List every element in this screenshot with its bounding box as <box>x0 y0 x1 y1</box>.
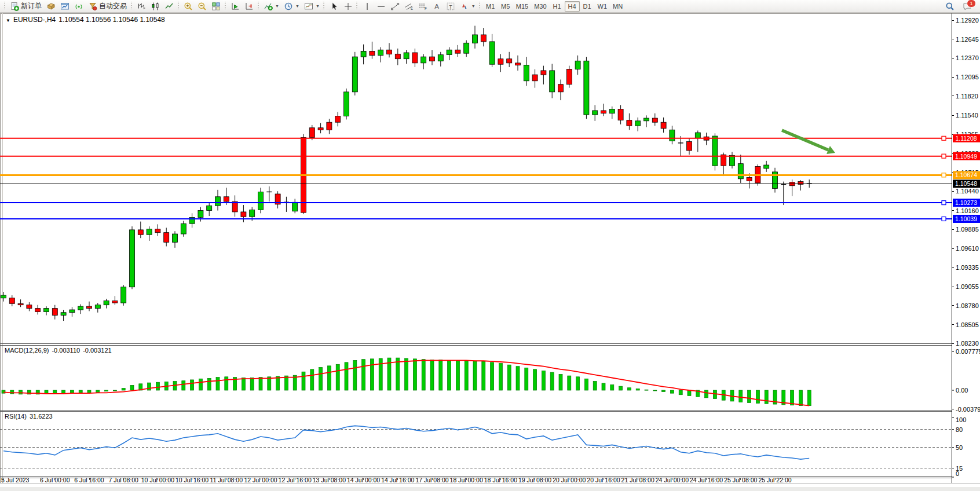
candle-body <box>464 43 469 53</box>
dropdown-caret-icon[interactable]: ▼ <box>471 4 476 8</box>
timeframe-button-m5[interactable]: M5 <box>498 1 513 12</box>
timeframe-button-h1[interactable]: H1 <box>550 1 565 12</box>
cursor-button[interactable] <box>327 1 341 12</box>
line-handle[interactable] <box>942 217 946 221</box>
line-handle[interactable] <box>942 136 946 140</box>
dropdown-caret-icon[interactable]: ▼ <box>295 4 299 8</box>
candle-body <box>712 136 718 166</box>
vline-icon <box>363 2 372 11</box>
indicators-button[interactable]: ▼ <box>261 1 281 12</box>
svg-text:E: E <box>411 7 413 10</box>
candles-icon <box>151 2 160 11</box>
macd-signal-value: -0.003121 <box>83 347 112 354</box>
templates-button[interactable]: ▼ <box>302 1 322 12</box>
market-watch-button[interactable] <box>44 1 58 12</box>
macd-histogram-bar <box>525 368 528 390</box>
periods-button[interactable]: ▼ <box>281 1 302 12</box>
timeframe-button-d1[interactable]: D1 <box>580 1 595 12</box>
vertical-line-button[interactable] <box>360 1 374 12</box>
timeframe-button-h4[interactable]: H4 <box>565 1 580 12</box>
timeframe-button-m1[interactable]: M1 <box>483 1 498 12</box>
chart-shift-button[interactable] <box>242 1 256 12</box>
price-axis-label: 1.09610 <box>956 245 979 252</box>
timeframe-button-m30[interactable]: M30 <box>531 1 549 12</box>
candle-chart-button[interactable] <box>148 1 162 12</box>
auto-trading-icon <box>88 2 97 11</box>
text-button[interactable]: A <box>430 1 444 12</box>
candle-body <box>95 305 100 309</box>
macd-histogram-bar <box>284 376 288 390</box>
line-icon <box>164 2 174 11</box>
line-handle[interactable] <box>942 173 946 177</box>
zoom-out-icon <box>198 2 207 11</box>
arrows-button[interactable]: ▼ <box>458 1 478 12</box>
candle-body <box>601 111 606 113</box>
auto-trading-button[interactable]: 自动交易 <box>86 1 129 12</box>
search-button[interactable] <box>943 1 957 12</box>
charts-window-button[interactable] <box>58 1 72 12</box>
line-handle[interactable] <box>942 154 946 158</box>
macd-histogram-bar <box>79 390 82 393</box>
macd-histogram-bar <box>765 390 768 404</box>
line-handle[interactable] <box>942 201 946 205</box>
crosshair-button[interactable] <box>341 1 355 12</box>
fibo-icon: F <box>418 2 427 11</box>
macd-histogram-bar <box>491 362 494 390</box>
macd-histogram-bar <box>422 360 425 390</box>
zoom-out-button[interactable] <box>195 1 209 12</box>
timeframe-button-w1[interactable]: W1 <box>595 1 610 12</box>
macd-histogram-bar <box>207 378 211 390</box>
candle-body <box>481 35 486 42</box>
macd-histogram-bar <box>182 381 185 390</box>
rsi-line <box>3 426 809 459</box>
bar-chart-button[interactable] <box>134 1 148 12</box>
auto-scroll-icon <box>231 2 240 11</box>
candle-body <box>112 301 118 303</box>
chat-button[interactable]: 1 <box>960 1 974 12</box>
template-icon <box>304 2 313 11</box>
chart-canvas[interactable]: 1.129201.126451.123701.120951.118201.115… <box>0 13 980 491</box>
price-tag-value: 1.11208 <box>955 135 977 142</box>
candle-body <box>507 59 512 63</box>
macd-histogram-bar <box>276 376 280 390</box>
line-chart-button[interactable] <box>162 1 176 12</box>
macd-histogram-bar <box>516 367 520 390</box>
candle-body <box>52 309 57 316</box>
trendline-button[interactable] <box>388 1 402 12</box>
macd-histogram-bar <box>645 390 648 390</box>
candle-body <box>618 109 623 120</box>
macd-histogram-bar <box>62 390 65 393</box>
macd-histogram-bar <box>439 360 443 390</box>
macd-histogram-bar <box>113 390 116 391</box>
horizontal-line-button[interactable] <box>374 1 388 12</box>
zoom-in-button[interactable] <box>181 1 195 12</box>
auto-scroll-button[interactable] <box>228 1 242 12</box>
new-order-button[interactable]: 新订单 <box>8 1 44 12</box>
timeframe-button-mn[interactable]: MN <box>610 1 626 12</box>
dropdown-caret-icon[interactable]: ▼ <box>316 4 320 8</box>
tile-windows-button[interactable] <box>209 1 223 12</box>
candle-body <box>138 230 143 234</box>
toolbar-group-separator <box>356 2 358 10</box>
candle-body <box>695 133 700 138</box>
candle-body <box>378 50 383 56</box>
macd-histogram-bar <box>799 390 802 406</box>
macd-histogram-bar <box>370 359 374 390</box>
macd-histogram-bar <box>542 371 545 390</box>
macd-histogram-bar <box>396 358 400 390</box>
date-axis-label: 12 Jul 16:00 <box>279 477 312 483</box>
candle-body <box>309 128 315 138</box>
fibonacci-button[interactable]: F <box>416 1 430 12</box>
macd-histogram-bar <box>191 380 194 390</box>
text-label-button[interactable]: T <box>444 1 458 12</box>
chart-dropdown-icon[interactable]: ▼ <box>6 18 10 23</box>
label-icon: T <box>446 2 455 11</box>
date-axis-label: 20 Jul 00:00 <box>553 477 586 483</box>
dropdown-caret-icon[interactable]: ▼ <box>275 4 279 8</box>
signals-button[interactable] <box>72 1 86 12</box>
candle-body <box>121 287 126 303</box>
equidistant-channel-button[interactable]: E <box>402 1 416 12</box>
trend-arrow-annotation[interactable] <box>782 130 828 150</box>
timeframe-button-m15[interactable]: M15 <box>513 1 531 12</box>
add-indicator-icon <box>264 2 273 11</box>
